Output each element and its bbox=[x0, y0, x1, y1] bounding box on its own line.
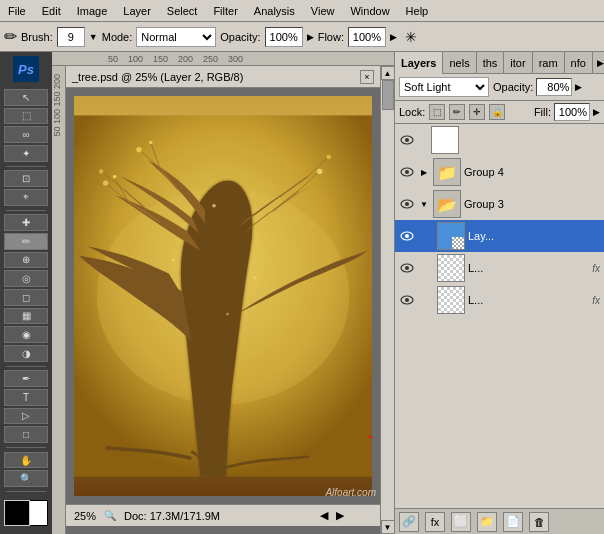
menu-edit[interactable]: Edit bbox=[34, 3, 69, 19]
layer-row-thumb-white[interactable] bbox=[395, 124, 604, 156]
lasso-tool[interactable]: ∞ bbox=[4, 126, 48, 143]
doc-size: Doc: 17.3M/171.9M bbox=[124, 510, 220, 522]
layer-blend-mode[interactable]: Soft Light Normal Multiply Screen Overla… bbox=[399, 77, 489, 97]
status-icon[interactable]: 🔍 bbox=[104, 510, 116, 521]
layers-blend-row: Soft Light Normal Multiply Screen Overla… bbox=[395, 74, 604, 101]
menu-analysis[interactable]: Analysis bbox=[246, 3, 303, 19]
blur-tool[interactable]: ◉ bbox=[4, 326, 48, 343]
foreground-color[interactable] bbox=[4, 500, 30, 526]
hand-tool[interactable]: ✋ bbox=[4, 452, 48, 469]
flow-value: 100% bbox=[348, 27, 386, 47]
eraser-tool[interactable]: ◻ bbox=[4, 289, 48, 306]
move-tool[interactable]: ↖ bbox=[4, 89, 48, 106]
canvas-close-button[interactable]: × bbox=[360, 70, 374, 84]
scroll-track[interactable] bbox=[381, 80, 395, 520]
canvas-content[interactable]: Alfoart.com bbox=[66, 88, 380, 504]
layer-row-group3[interactable]: ▼ 📂 Group 3 bbox=[395, 188, 604, 220]
scroll-thumb[interactable] bbox=[382, 80, 394, 110]
pen-tool[interactable]: ✒ bbox=[4, 370, 48, 387]
add-mask-btn[interactable]: ⬜ bbox=[451, 512, 471, 532]
layer-fx2-name: L... bbox=[468, 294, 589, 306]
tab-info[interactable]: nfo bbox=[565, 52, 593, 74]
add-fx-btn[interactable]: fx bbox=[425, 512, 445, 532]
path-tool[interactable]: ▷ bbox=[4, 408, 48, 425]
text-tool[interactable]: T bbox=[4, 389, 48, 406]
layer-thumbnail-white bbox=[431, 126, 459, 154]
menu-view[interactable]: View bbox=[303, 3, 343, 19]
brush-size-input[interactable] bbox=[57, 27, 85, 47]
svg-point-20 bbox=[326, 155, 331, 160]
menu-file[interactable]: File bbox=[0, 3, 34, 19]
delete-layer-btn[interactable]: 🗑 bbox=[529, 512, 549, 532]
layer-row-active[interactable]: Lay... bbox=[395, 220, 604, 252]
layer-visibility-group4[interactable] bbox=[399, 164, 415, 180]
heal-tool[interactable]: ✚ bbox=[4, 214, 48, 231]
lock-pixels-btn[interactable]: ✏ bbox=[449, 104, 465, 120]
group3-expand[interactable]: ▼ bbox=[418, 198, 430, 210]
layer-row-group4[interactable]: ▶ 📁 Group 4 bbox=[395, 156, 604, 188]
opacity-value: 100% bbox=[265, 27, 303, 47]
magic-wand-tool[interactable]: ✦ bbox=[4, 145, 48, 162]
menu-image[interactable]: Image bbox=[69, 3, 116, 19]
history-brush-tool[interactable]: ◎ bbox=[4, 270, 48, 287]
marquee-tool[interactable]: ⬚ bbox=[4, 108, 48, 125]
tab-history[interactable]: itor bbox=[504, 52, 532, 74]
active-layer-name: Lay... bbox=[468, 230, 600, 242]
lock-all-btn[interactable]: 🔒 bbox=[489, 104, 505, 120]
layer-visibility-fx2[interactable] bbox=[399, 292, 415, 308]
scroll-right[interactable]: ▶ bbox=[336, 509, 344, 522]
tab-paths[interactable]: ths bbox=[477, 52, 505, 74]
layer-visibility-fx1[interactable] bbox=[399, 260, 415, 276]
panel-menu-btn[interactable]: ▶ bbox=[593, 56, 604, 70]
opacity-input[interactable]: 80% bbox=[536, 78, 572, 96]
brush-dropdown-icon[interactable]: ▼ bbox=[89, 32, 98, 42]
layer-visibility-btn[interactable] bbox=[399, 132, 415, 148]
brush-tool[interactable]: ✏ bbox=[4, 233, 48, 250]
layer-visibility-active[interactable] bbox=[399, 228, 415, 244]
group4-expand[interactable]: ▶ bbox=[418, 166, 430, 178]
airbrush-icon[interactable]: ✳ bbox=[405, 29, 417, 45]
layer-row-fx2[interactable]: L... fx bbox=[395, 284, 604, 316]
opacity-chain-icon[interactable]: ▶ bbox=[575, 82, 582, 92]
scroll-left[interactable]: ◀ bbox=[320, 509, 328, 522]
layer-thumbnail-active bbox=[437, 222, 465, 250]
svg-point-16 bbox=[99, 169, 104, 174]
layers-list[interactable]: ▶ 📁 Group 4 ▼ 📂 Group 3 bbox=[395, 124, 604, 508]
flow-arrow[interactable]: ▶ bbox=[390, 32, 397, 42]
lock-transparent-btn[interactable]: ⬚ bbox=[429, 104, 445, 120]
layer-row-fx1[interactable]: L... fx bbox=[395, 252, 604, 284]
canvas-scrollbar-v[interactable]: ▲ ▼ bbox=[380, 66, 394, 534]
shape-tool[interactable]: □ bbox=[4, 426, 48, 443]
fill-arrow[interactable]: ▶ bbox=[593, 107, 600, 117]
new-group-btn[interactable]: 📁 bbox=[477, 512, 497, 532]
color-swatches[interactable] bbox=[4, 500, 48, 526]
ps-logo: Ps bbox=[13, 56, 39, 82]
blend-mode-select[interactable]: Normal Multiply Screen bbox=[136, 27, 216, 47]
menu-help[interactable]: Help bbox=[398, 3, 437, 19]
layer-visibility-group3[interactable] bbox=[399, 196, 415, 212]
tab-actions[interactable]: ram bbox=[533, 52, 565, 74]
menu-filter[interactable]: Filter bbox=[205, 3, 245, 19]
eyedropper-tool[interactable]: ⌖ bbox=[4, 189, 48, 206]
main-area: Ps ↖ ⬚ ∞ ✦ ⊡ ⌖ ✚ ✏ ⊕ ◎ ◻ ▦ ◉ ◑ ✒ T ▷ □ ✋… bbox=[0, 52, 604, 534]
link-layers-btn[interactable]: 🔗 bbox=[399, 512, 419, 532]
menu-select[interactable]: Select bbox=[159, 3, 206, 19]
new-layer-btn[interactable]: 📄 bbox=[503, 512, 523, 532]
opacity-arrow[interactable]: ▶ bbox=[307, 32, 314, 42]
scroll-down-btn[interactable]: ▼ bbox=[381, 520, 395, 534]
fill-input[interactable]: 100% bbox=[554, 103, 590, 121]
gradient-tool[interactable]: ▦ bbox=[4, 308, 48, 325]
tab-layers[interactable]: Layers bbox=[395, 52, 443, 74]
canvas-main-row: 50 100 150 200 _tree.psd @ 25% (Layer 2,… bbox=[52, 66, 394, 534]
tab-channels[interactable]: nels bbox=[443, 52, 476, 74]
clone-tool[interactable]: ⊕ bbox=[4, 252, 48, 269]
menu-bar: File Edit Image Layer Select Filter Anal… bbox=[0, 0, 604, 22]
crop-tool[interactable]: ⊡ bbox=[4, 170, 48, 187]
lock-position-btn[interactable]: ✛ bbox=[469, 104, 485, 120]
menu-layer[interactable]: Layer bbox=[115, 3, 159, 19]
scroll-up-btn[interactable]: ▲ bbox=[381, 66, 395, 80]
layers-bottom-bar: 🔗 fx ⬜ 📁 📄 🗑 bbox=[395, 508, 604, 534]
dodge-tool[interactable]: ◑ bbox=[4, 345, 48, 362]
menu-window[interactable]: Window bbox=[342, 3, 397, 19]
zoom-tool[interactable]: 🔍 bbox=[4, 470, 48, 487]
